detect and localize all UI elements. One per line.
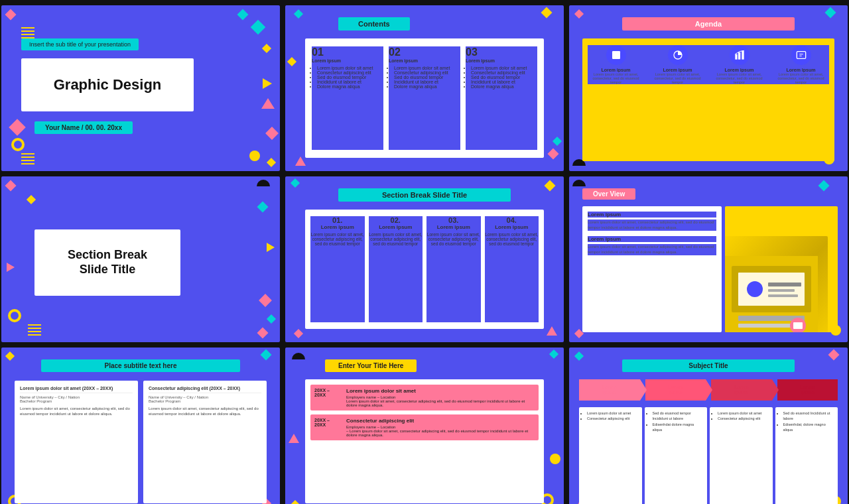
col-3: 03 Lorem ipsum Lorem ipsum dolor sit ame… — [466, 46, 537, 150]
s5-col-3: 03. Lorem ipsum Lorem ipsum color sit am… — [426, 216, 481, 322]
agenda-content: Lorem ipsum Lorem ipsum color sit amet, … — [582, 38, 834, 161]
name-banner: Your Name / 00. 00. 20xx — [34, 121, 133, 134]
slide-9[interactable]: Subject Title Loremipsum Loremipsum Lore… — [569, 347, 848, 504]
resume-box-1: Lorem ipsum dolor sit amet (20XX – 20XX)… — [15, 381, 138, 503]
slides-grid: Insert the sub title of your presentatio… — [0, 0, 849, 504]
slide-8[interactable]: Enter Your Title Here 20XX –20XX Lorem i… — [285, 347, 564, 504]
agenda-item-2: Lorem ipsum Lorem ipsum color sit amet, … — [649, 45, 706, 84]
icon-circle-3 — [730, 45, 750, 65]
main-title: Graphic Design — [54, 76, 162, 94]
icon-circle-2 — [668, 45, 688, 65]
timeline-entry-1: 20XX –20XX Lorem ipsum dolor sit amet Em… — [310, 385, 539, 410]
subject-col-1: Lorem ipsum dolor sit amet Consectetur a… — [579, 407, 642, 504]
timeline-content: 20XX –20XX Lorem ipsum dolor sit amet Em… — [305, 379, 544, 503]
contents-area: 01 Lorem ipsum Lorem ipsum dolor sit ame… — [305, 38, 544, 158]
col-1: 01 Lorem ipsum Lorem ipsum dolor sit ame… — [312, 46, 383, 150]
agenda-item-4: Lorem ipsum Lorem ipsum color sit amet, … — [773, 45, 829, 84]
subtitle-banner: Insert the sub title of your presentatio… — [21, 38, 139, 50]
agenda-item-1: Lorem ipsum Lorem ipsum color sit amet, … — [588, 45, 644, 84]
col-2: 02 Lorem ipsum Lorem ipsum dolor sit ame… — [389, 46, 460, 150]
svg-rect-15 — [768, 294, 798, 297]
icon-circle-1 — [606, 45, 626, 65]
arrows-row: Loremipsum Loremipsum Loremipsum Loremip… — [579, 379, 838, 401]
slide-2[interactable]: Contents 01 Lorem ipsum Lorem ipsum dolo… — [285, 5, 564, 171]
svg-rect-5 — [735, 54, 737, 60]
svg-rect-17 — [738, 324, 791, 328]
overview-left: Lorem ipsum Lorem ipsum dolor sit amet, … — [582, 206, 722, 332]
section-break-header: Section Break Slide Title — [338, 188, 511, 202]
svg-point-12 — [747, 281, 763, 297]
icon-circle-4 — [791, 45, 811, 65]
s5-col-2: 02. Lorem ipsum Lorem ipsum color sit am… — [369, 216, 423, 322]
svg-rect-13 — [768, 283, 801, 286]
slide-1[interactable]: Insert the sub title of your presentatio… — [1, 5, 280, 171]
icons-row: Lorem ipsum Lorem ipsum color sit amet, … — [588, 45, 829, 84]
arrow-2: Loremipsum — [645, 379, 706, 401]
resume-content: Lorem ipsum dolor sit amet (20XX – 20XX)… — [15, 381, 267, 503]
svg-rect-14 — [768, 289, 795, 292]
slide-3[interactable]: Agenda Lorem ipsum Lorem ipsum color sit… — [569, 5, 848, 171]
subject-header: Subject Title — [622, 359, 795, 372]
agenda-header: Agenda — [622, 17, 795, 31]
svg-rect-6 — [738, 52, 740, 60]
agenda-item-3: Lorem ipsum Lorem ipsum color sit amet, … — [711, 45, 767, 84]
arrow-1: Loremipsum — [579, 379, 640, 401]
timeline-header: Enter Your Title Here — [325, 359, 417, 372]
svg-rect-7 — [742, 50, 744, 59]
s5-col-1: 01. Lorem ipsum Lorem ipsum color sit am… — [310, 216, 365, 322]
section-content: 01. Lorem ipsum Lorem ipsum color sit am… — [305, 210, 544, 329]
slide-6[interactable]: Over View Lorem ipsum Lorem ipsum dolor … — [569, 176, 848, 342]
timeline-entry-2: 20XX –20XX Consectetur adipiscing elit E… — [310, 414, 539, 440]
slide-7[interactable]: Place subtitle text here Lorem ipsum dol… — [1, 347, 280, 504]
subject-cols: Lorem ipsum dolor sit amet Consectetur a… — [579, 407, 838, 504]
svg-rect-8 — [797, 52, 805, 59]
subject-col-2: Sed do eiusmod tempor Incididunt ut labo… — [645, 407, 708, 504]
resume-header: Place subtitle text here — [41, 359, 240, 372]
resume-box-2: Consectetur adipiscing elit (20XX – 20XX… — [143, 381, 267, 503]
subject-col-3: Lorem ipsum dolor sit amet Consectetur a… — [710, 407, 773, 504]
subject-col-4: Sed do eiusmod Incididunt ut labore Edis… — [775, 407, 838, 504]
svg-rect-19 — [793, 322, 803, 329]
s5-col-4: 04. Lorem ipsum Lorem ipsum color sit am… — [485, 216, 539, 322]
slide-5[interactable]: Section Break Slide Title 01. Lorem ipsu… — [285, 176, 564, 342]
overview-right — [725, 206, 838, 332]
overview-image — [725, 236, 828, 332]
arrow-3: Loremipsum — [711, 379, 772, 401]
main-title-box: Graphic Design — [21, 58, 194, 111]
slide-4[interactable]: Section Break Slide Title — [1, 176, 280, 342]
arrow-4: Loremipsum — [777, 379, 838, 401]
contents-header: Contents — [338, 17, 410, 31]
section-break-title: Section Break Slide Title — [68, 248, 147, 277]
overview-header: Over View — [582, 188, 635, 200]
section-break-box: Section Break Slide Title — [34, 229, 180, 296]
